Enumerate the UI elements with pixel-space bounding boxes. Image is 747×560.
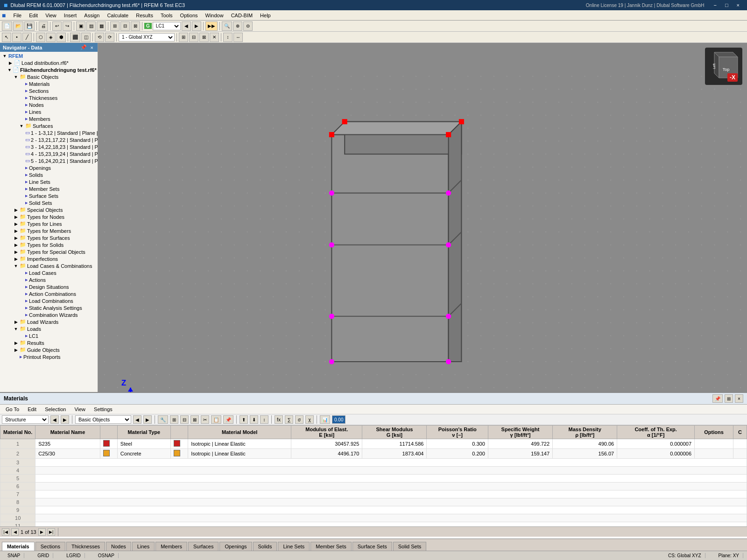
tb2-10[interactable]: ⊠ (199, 33, 209, 42)
tb2-5[interactable]: ◫ (81, 33, 91, 42)
mat-next2[interactable]: ▶ (143, 415, 152, 424)
menu-item-assign[interactable]: Assign (80, 12, 103, 19)
nav-tree-item-28[interactable]: ▸ Load Cases (0, 269, 98, 276)
nav-close[interactable]: × (89, 44, 95, 50)
menu-item-view[interactable]: View (42, 12, 60, 19)
materials-table-container[interactable]: Material No. Material Name Material Type… (0, 425, 747, 526)
tb-btn-1[interactable]: ▣ (76, 21, 85, 31)
bottom-tab-thicknesses[interactable]: Thicknesses (66, 542, 105, 551)
coord-system[interactable]: 1 - Global XYZ (119, 33, 175, 42)
print-btn[interactable]: 🖨 (39, 21, 48, 31)
nav-file-1[interactable]: ▼ 📄 Flächendurchdringung test.rf6* | RFE… (0, 66, 98, 73)
nav-tree-item-16[interactable]: ▸ Member Sets (0, 185, 98, 192)
nav-tree-item-31[interactable]: ▸ Action Combinations (0, 290, 98, 297)
tb-btn-6[interactable]: ⊠ (131, 21, 140, 31)
page-last[interactable]: ▶| (48, 528, 55, 536)
bottom-tab-materials[interactable]: Materials (2, 542, 35, 551)
menu-item-calculate[interactable]: Calculate (103, 12, 132, 19)
select-btn[interactable]: ↖ (2, 33, 11, 42)
lc-selector[interactable]: LC1 (153, 22, 181, 30)
nav-pin[interactable]: 📌 (79, 44, 88, 50)
nav-tree-item-32[interactable]: ▸ Load Combinations (0, 297, 98, 304)
nav-tree-item-34[interactable]: ▸ Combination Wizards (0, 311, 98, 318)
mat-close[interactable]: × (735, 394, 743, 403)
nav-tree-item-11[interactable]: ▭ 4 - 15,23,19,24 | Standard | Pla (0, 150, 98, 157)
new-btn[interactable]: 📄 (2, 21, 12, 31)
nav-tree-item-0[interactable]: ▼ 📁 Basic Objects (0, 73, 98, 80)
point-btn[interactable]: • (12, 33, 21, 42)
menu-item-window[interactable]: Window (202, 12, 227, 19)
tb2-11[interactable]: ✕ (210, 33, 219, 42)
nav-tree-item-1[interactable]: ▸ Materials (0, 80, 98, 87)
nav-cube[interactable]: Top Left -X (705, 48, 742, 85)
maximize-button[interactable]: □ (721, 1, 732, 9)
nav-tree-item-7[interactable]: ▼ 📁 Surfaces (0, 122, 98, 129)
nav-tree-item-10[interactable]: ▭ 3 - 14,22,18,23 | Standard | Pla (0, 143, 98, 150)
nav-tree-item-15[interactable]: ▸ Line Sets (0, 178, 98, 185)
bottom-tab-member-sets[interactable]: Member Sets (310, 542, 351, 551)
mat-menu-go-to[interactable]: Go To (2, 406, 23, 413)
mat-tb-14[interactable]: χ (305, 415, 314, 424)
nav-tree-item-36[interactable]: ▼ 📁 Loads (0, 325, 98, 332)
undo-btn[interactable]: ↩ (52, 21, 62, 31)
nav-tree-item-26[interactable]: ▶ 📁 Imperfections (0, 255, 98, 262)
line-btn[interactable]: ╱ (22, 33, 32, 42)
bottom-tab-solids[interactable]: Solids (253, 542, 277, 551)
mat-pin[interactable]: 📌 (712, 394, 723, 403)
table-row[interactable]: 2 C25/30 Concrete Isotropic | Linear Ela… (0, 449, 747, 459)
redo-btn[interactable]: ↪ (63, 21, 72, 31)
menu-item-cad-bim[interactable]: CAD-BIM (227, 12, 256, 19)
mat-prev2[interactable]: ◀ (133, 415, 141, 424)
nav-tree-item-25[interactable]: ▶ 📁 Types for Special Objects (0, 248, 98, 255)
nav-tree-item-6[interactable]: ▸ Members (0, 115, 98, 122)
mat-tb-6[interactable]: 📋 (211, 415, 221, 424)
mat-expand[interactable]: ⊞ (725, 394, 733, 403)
menu-item-results[interactable]: Results (132, 12, 157, 19)
run-calc[interactable]: ▶▶ (205, 21, 218, 31)
mat-tb-2[interactable]: ⊞ (170, 415, 178, 424)
bottom-tab-members[interactable]: Members (155, 542, 187, 551)
nav-tree-item-4[interactable]: ▸ Nodes (0, 101, 98, 108)
mat-tb-15[interactable]: 📊 (320, 415, 330, 424)
minimize-button[interactable]: − (710, 1, 720, 9)
nav-tree-item-13[interactable]: ▸ Openings (0, 164, 98, 171)
nav-tree-item-24[interactable]: ▶ 📁 Types for Solids (0, 241, 98, 248)
bottom-tab-sections[interactable]: Sections (35, 542, 65, 551)
nav-tree-item-38[interactable]: ▶ 📁 Results (0, 339, 98, 346)
prev-lc[interactable]: ◀ (182, 21, 191, 31)
page-prev[interactable]: ◀ (11, 528, 19, 536)
mat-tb-3[interactable]: ⊟ (180, 415, 189, 424)
nav-tree-item-3[interactable]: ▸ Thicknesses (0, 94, 98, 101)
nav-tree-item-9[interactable]: ▭ 2 - 13,21,17,22 | Standard | Pla (0, 136, 98, 143)
save-btn[interactable]: 💾 (24, 21, 35, 31)
nav-tree-item-40[interactable]: ▸ Printout Reports (0, 353, 98, 360)
zoom-in[interactable]: ⊕ (233, 21, 242, 31)
bottom-tab-surface-sets[interactable]: Surface Sets (352, 542, 392, 551)
nav-tree-item-39[interactable]: ▶ 📁 Guide Objects (0, 346, 98, 353)
tb2-12[interactable]: ↕ (223, 33, 233, 42)
mat-tb-4[interactable]: ⊠ (190, 415, 199, 424)
menu-item-help[interactable]: Help (256, 12, 275, 19)
nav-tree-item-20[interactable]: ▶ 📁 Types for Nodes (0, 213, 98, 220)
open-btn[interactable]: 📂 (13, 21, 23, 31)
nav-tree-item-12[interactable]: ▭ 5 - 16,24,20,21 | Standard | Pla (0, 157, 98, 164)
nav-tree-item-5[interactable]: ▸ Lines (0, 108, 98, 115)
nav-tree-item-23[interactable]: ▶ 📁 Types for Surfaces (0, 234, 98, 241)
menu-item-tools[interactable]: Tools (157, 12, 176, 19)
nav-tree-item-17[interactable]: ▸ Surface Sets (0, 192, 98, 199)
close-button[interactable]: × (733, 1, 743, 9)
tb2-13[interactable]: ↔ (233, 33, 243, 42)
mat-tb-9[interactable]: ⬇ (250, 415, 258, 424)
nav-tree-item-2[interactable]: ▸ Sections (0, 87, 98, 94)
mat-tb-5[interactable]: ✂ (201, 415, 209, 424)
bottom-tab-nodes[interactable]: Nodes (106, 542, 131, 551)
nav-tree-item-27[interactable]: ▼ 📁 Load Cases & Combinations (0, 262, 98, 269)
tb2-8[interactable]: ⊞ (179, 33, 188, 42)
nav-file-0[interactable]: ▶ 📄 Load distribution.rf6* (0, 59, 98, 66)
menu-item-file[interactable]: File (9, 12, 25, 19)
objects-selector[interactable]: Basic Objects (75, 415, 131, 424)
nav-tree-item-19[interactable]: ▶ 📁 Special Objects (0, 206, 98, 213)
nav-tree-item-33[interactable]: ▸ Static Analysis Settings (0, 304, 98, 311)
tb-btn-2[interactable]: ▤ (86, 21, 96, 31)
tb2-1[interactable]: ⬡ (36, 33, 45, 42)
